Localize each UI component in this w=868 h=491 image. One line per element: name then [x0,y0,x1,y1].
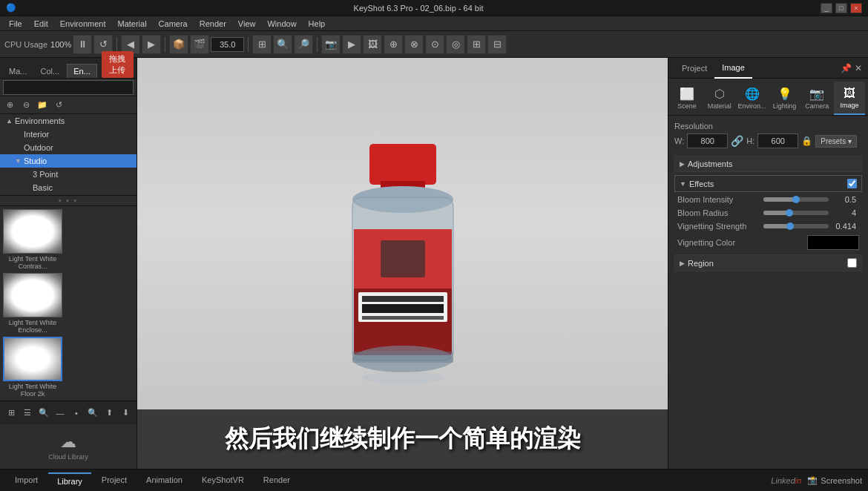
render-button[interactable]: ▶ [342,35,361,54]
tab-project[interactable]: Project [674,58,714,79]
region-header[interactable]: ▶ Region [674,254,862,271]
camera-button[interactable]: 📷 [321,35,341,54]
bloom-intensity-slider[interactable] [763,197,829,202]
lock-icon[interactable]: 🔒 [801,136,812,146]
thumb-item-enclose[interactable]: Light Tent White Enclose... [3,273,62,334]
menu-render[interactable]: Render [194,18,232,30]
fps-button[interactable]: 🎬 [190,35,209,54]
panel-pin-icon[interactable]: 📌 [841,63,852,73]
tree-label-basic: Basic [33,183,137,192]
menu-view[interactable]: View [232,18,262,30]
tool4[interactable]: ◎ [446,35,465,54]
sub-tab-environment[interactable]: 🌐 Environ... [737,82,768,115]
screenshot-button[interactable]: 📸 Screenshot [807,475,862,485]
remove-icon[interactable]: ⊖ [19,99,33,112]
sub-tab-camera[interactable]: 📷 Camera [801,82,832,115]
effects-header[interactable]: ▼ Effects [674,175,862,192]
effects-checkbox[interactable] [847,179,857,188]
nav-render[interactable]: Render [254,472,299,489]
nav-animation[interactable]: Animation [137,472,191,489]
tool6[interactable]: ⊟ [487,35,507,54]
menu-environment[interactable]: Environment [54,18,112,30]
tool3[interactable]: ⊙ [425,35,444,54]
vignetting-strength-slider[interactable] [763,224,829,228]
zoom-fit-button[interactable]: ⊞ [252,35,272,54]
close-button[interactable]: × [850,3,862,13]
link-icon[interactable]: 🔗 [731,135,743,147]
tree-basic[interactable]: Basic [0,181,137,194]
presets-button[interactable]: Presets ▾ [815,135,857,148]
tree-outdoor[interactable]: Outdoor [0,141,137,154]
tab-environments[interactable]: En... [67,64,97,78]
tree-interior[interactable]: Interior [0,128,137,141]
nav-library[interactable]: Library [48,472,91,489]
next-button[interactable]: ▶ [142,35,161,54]
search-bottom-btn[interactable]: 🔍 [37,406,50,420]
search-input[interactable] [3,80,134,95]
thumb-row-1: Light Tent White Contras... [3,209,134,270]
arrow-environments: ▲ [6,117,15,125]
pause-button[interactable]: ⏸ [73,35,92,54]
search2-btn[interactable]: 🔍 [86,406,99,420]
list-view-btn[interactable]: ☰ [21,406,34,420]
tab-colors[interactable]: Col... [34,65,65,78]
sub-tab-material[interactable]: ⬡ Material [704,82,735,115]
resize-handle[interactable]: • • • [59,197,78,205]
thumb-item-floor[interactable]: Light Tent White Floor 2k [3,337,62,398]
maximize-button[interactable]: □ [835,3,847,13]
tool5[interactable]: ⊞ [467,35,486,54]
bloom-intensity-label: Bloom Intensity [677,195,759,204]
fps-input[interactable] [211,37,244,52]
add-model-button[interactable]: 📦 [169,35,188,54]
tab-image[interactable]: Image [714,58,752,79]
sub-tab-scene[interactable]: ⬜ Scene [671,82,703,115]
tree-environments[interactable]: ▲ Environments [0,114,137,128]
download-btn[interactable]: ⬇ [119,406,132,420]
menu-material[interactable]: Material [111,18,152,30]
menu-file[interactable]: File [3,18,28,30]
height-input[interactable] [757,134,798,148]
tree-label-interior: Interior [24,130,137,139]
upload-button[interactable]: 拖拽上传 [102,51,134,78]
effects-title: Effects [689,179,847,188]
adjustments-arrow: ▶ [680,160,685,168]
nav-keyshotvr[interactable]: KeyShotVR [193,472,253,489]
nav-import[interactable]: Import [6,472,47,489]
sub-tab-lighting[interactable]: 💡 Lighting [769,82,800,115]
menu-camera[interactable]: Camera [153,18,194,30]
tab-materials[interactable]: Ma... [3,65,33,78]
tree-studio[interactable]: ▼ Studio [0,154,137,168]
tool2[interactable]: ⊗ [404,35,424,54]
refresh-icon[interactable]: ↺ [52,99,65,112]
width-input[interactable] [687,134,728,148]
zoom-in-button[interactable]: 🔍 [273,35,292,54]
region-checkbox[interactable] [847,258,857,268]
panel-close-icon[interactable]: ✕ [855,63,862,73]
thumb-item-contrast[interactable]: Light Tent White Contras... [3,209,62,270]
menu-window[interactable]: Window [261,18,302,30]
tree-3point[interactable]: 3 Point [0,168,137,181]
thumb-image-contrast [3,209,62,254]
sub-tab-image[interactable]: 🖼 Image [834,82,865,115]
zoom-out-button[interactable]: 🔎 [294,35,313,54]
subtitle-overlay: 然后我们继续制作一个简单的渲染 [137,409,668,469]
folder-icon[interactable]: 📁 [36,99,49,112]
cloud-library[interactable]: ☁ Cloud Library [0,424,137,469]
adjustments-header[interactable]: ▶ Adjustments [674,156,862,172]
window-title: KeyShot 6.3 Pro - 02_06.bip - 64 bit [22,4,815,13]
bloom-radius-thumb[interactable] [786,209,793,217]
menu-help[interactable]: Help [303,18,332,30]
bloom-radius-slider[interactable] [763,211,829,215]
material-icon: ⬡ [714,87,725,101]
menu-edit[interactable]: Edit [28,18,54,30]
add-icon[interactable]: ⊕ [3,99,16,112]
tool1[interactable]: ⊕ [384,35,403,54]
screenshot-button2[interactable]: 🖼 [363,35,382,54]
vignetting-strength-thumb[interactable] [786,223,794,230]
grid-view-btn[interactable]: ⊞ [4,406,18,420]
vignetting-color-swatch[interactable] [807,235,859,250]
upload-bottom-btn[interactable]: ⬆ [102,406,116,420]
bloom-intensity-thumb[interactable] [792,196,800,203]
minimize-button[interactable]: _ [821,3,832,13]
nav-project[interactable]: Project [93,472,136,489]
